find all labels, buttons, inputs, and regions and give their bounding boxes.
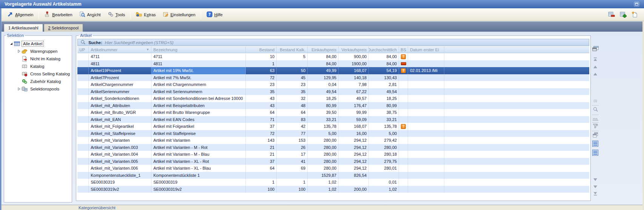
table-row[interactable]: Artikel_mit_Brutto_WGRArtikel mit Brutto… [77,109,589,116]
cell-einkaufspreis: 33,21 [308,116,339,123]
table-row[interactable]: ArtikelSeriennummerArtikel mit Seriennum… [77,88,589,95]
cell-durchschnittlich: 33,21 [369,116,399,123]
tree-expander-icon[interactable] [16,87,21,91]
cell-einkaufspreis: 49,99 [308,67,339,74]
menu-ansicht[interactable]: Ansicht [76,10,104,20]
content-area: Selektion Alle ArtikelWarengruppenNicht … [2,32,642,205]
table-row[interactable]: 4711471110584,00900,0084,00! [77,53,589,60]
scroll-top-button[interactable] [592,57,599,62]
tree-item-nicht-im-katalog[interactable]: Nicht im Katalog [5,55,71,63]
restore-window-icon[interactable] [633,2,639,7]
cell-up [77,172,89,179]
cell-artikelnummer: Artikel_mit_Varianten.003 [89,144,151,151]
column-header-datum[interactable]: Datum erster Ei [408,46,444,53]
book-red-icon [21,71,28,77]
table-row[interactable]: Artikel_mit_Varianten.006Artikel mit Var… [77,165,589,172]
tree-item-alle-artikel[interactable]: Alle Artikel [5,40,71,48]
table-row[interactable]: SE00030319SE00030319111,020,01 [77,179,589,186]
scroll-down-button[interactable] [592,177,599,182]
table-row[interactable]: Artikel_mit_Varianten.004Artikel mit Var… [77,151,589,158]
column-header-bestand_kalk[interactable]: Bestand Kalk. [277,46,308,53]
table-row[interactable]: ArtikelChargennummerArtikel mit Chargenn… [77,81,589,88]
cell-verkaufspreis: 140,18 [339,74,369,81]
cell-bs [399,186,408,193]
tab-artikelauswahl[interactable]: 1 Artikelauswahl [4,24,43,32]
cell-datum [408,81,444,88]
table-row[interactable]: Artikel19ProzentArtikel mit 19% MwSt.635… [77,67,589,74]
cell-bestand: 43 [246,102,277,109]
search-input[interactable]: Suche: Hier Suchbegriff eingeben (STRG+S… [77,39,589,46]
new-doc-icon [632,11,638,18]
xml-export-button[interactable]: XML [592,115,599,121]
menu-hilfe[interactable]: ?Hilfe [203,10,226,20]
cell-bestand: 71 [246,116,277,123]
table-row[interactable]: Artikel_mit_Varianten.005Artikel mit Var… [77,158,589,165]
new-document-button[interactable] [630,11,639,19]
column-header-up[interactable]: UP [77,46,89,53]
extras-icon [136,11,142,18]
column-header-bs[interactable]: BS [399,46,408,53]
menu-bearbeiten[interactable]: Bearbeiten [41,10,75,20]
page-up-button[interactable] [592,72,599,77]
table-add-icon [619,11,627,18]
column-header-bezeichnung[interactable]: Bezeichnung [151,46,246,53]
cell-filler [444,109,589,116]
column-chooser-button[interactable] [592,46,599,52]
cell-durchschnittlich: 38,75 [369,109,399,116]
cell-durchschnittlich: 80,99 [369,102,399,109]
scroll-bottom-button[interactable] [592,192,599,196]
table-add-button[interactable] [619,11,627,19]
scroll-up-button[interactable] [592,64,599,69]
table-remove-button[interactable] [607,11,615,19]
table-row[interactable]: Artikel_SonderkonditionenArtikel mit Son… [77,95,589,102]
filter-button[interactable] [592,122,599,129]
column-header-einkaufspreis[interactable]: Einkaufspreis [308,46,339,53]
view-list-button-1[interactable] [592,141,599,147]
column-header-artikelnummer[interactable]: Artikelnummer▼ [89,46,151,53]
column-header-label: UP [79,48,85,52]
cell-up [77,109,89,116]
tree-item-cross-selling-katalog[interactable]: Cross Selling Katalog [5,70,71,78]
search-button[interactable] [592,105,599,113]
cell-durchschnittlich: 18,25 [369,95,399,102]
cell-up [77,116,89,123]
table-row[interactable]: Artikel_mit_StaffelpreiseArtikel mit Sta… [77,130,589,137]
tree-item-zubeh-r-katalog[interactable]: Zubehör Katalog [5,78,71,85]
table-row[interactable]: Komponentenstueckliste_1Komponentenstück… [77,172,589,179]
menu-label: Tools [116,12,125,17]
cell-filler [444,88,589,95]
table-row[interactable]: SE00030319v2SE00030319v21001001,02200,00… [77,186,589,193]
tree-item-warengruppen[interactable]: Warengruppen [5,48,71,55]
cell-bestand_kalk [277,172,308,179]
tree-expander-icon[interactable] [16,49,21,53]
copy-button[interactable] [592,131,599,138]
page-down-button[interactable] [592,184,599,189]
cell-durchschnittlich [369,172,399,179]
table-row[interactable]: Artikel_mit_EANArtikel mit EAN Codes7183… [77,116,589,123]
menu-label: Ansicht [87,12,101,17]
tree-item-selektionspools[interactable]: Selektionspools [5,85,71,93]
menu-einstellungen[interactable]: Einstellungen [159,10,199,20]
table-row[interactable]: Artikel_mit_FolgeartikelArtikel mit Folg… [77,123,589,130]
menu-allgemein[interactable]: Allgemein [4,10,37,20]
column-header-verkaufspreis[interactable]: Verkaufspreis [339,46,369,53]
tab-selektionspool[interactable]: 2 Selektionspool [44,24,83,32]
magnifier-icon [593,107,598,113]
tree-item-katalog[interactable]: Katalog [5,63,71,70]
table-row[interactable]: Artikel_mit_AttributenArtikel mit Beispi… [77,102,589,109]
view-list-button-2[interactable] [592,150,599,156]
table-remove-icon [608,11,615,18]
column-header-durchschnittlich[interactable]: Durchschnittlich [369,46,399,53]
svg-text:(I): (I) [593,99,597,103]
menu-tools[interactable]: Tools [104,10,129,20]
column-header-bestand[interactable]: Bestand [246,46,277,53]
menu-extras[interactable]: Extras [132,10,159,20]
kategorien-panel[interactable]: Kategorienübersicht [2,205,642,210]
table-row[interactable]: Artikel7ProzentArtikel mit 7% MwSt.72451… [77,74,589,81]
table-row[interactable]: Artikel_mit_VariantenArtikel mit Variant… [77,137,589,144]
table-row[interactable]: Artikel_mit_Varianten.003Artikel mit Var… [77,144,589,151]
cell-artikelnummer: SE00030319v2 [89,186,151,193]
table-row[interactable]: 48114811184,001900,0084,00 [77,60,589,67]
tree-expander-icon[interactable] [9,42,14,46]
fit-columns-button[interactable]: (I) [592,98,599,104]
